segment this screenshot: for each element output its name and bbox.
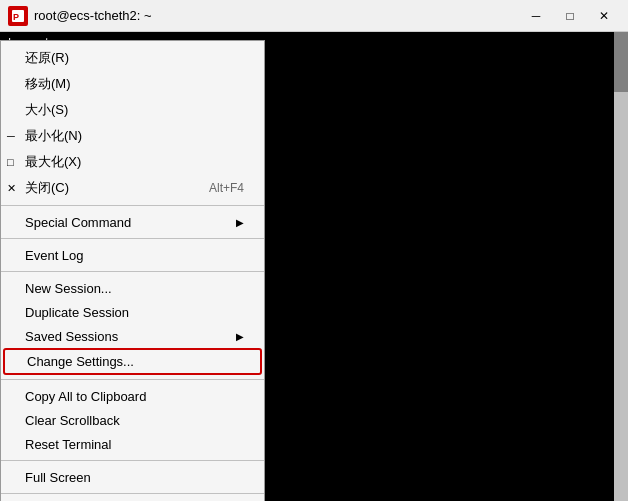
menu-item-minimize[interactable]: ─最小化(N) [1, 123, 264, 149]
menu-item-special-command[interactable]: Special Command▶ [1, 210, 264, 234]
menu-separator-sep5 [1, 460, 264, 461]
menu-item-label-reset-terminal: Reset Terminal [25, 437, 244, 452]
menu-item-label-restore: 还原(R) [25, 49, 244, 67]
menu-item-full-screen[interactable]: Full Screen [1, 465, 264, 489]
menu-item-change-settings[interactable]: Change Settings... [3, 348, 262, 375]
menu-item-label-move: 移动(M) [25, 75, 244, 93]
close-button[interactable]: ✕ [588, 6, 620, 26]
context-menu: 还原(R)移动(M)大小(S)─最小化(N)□最大化(X)✕关闭(C)Alt+F… [0, 40, 265, 501]
menu-separator-sep3 [1, 271, 264, 272]
menu-item-move[interactable]: 移动(M) [1, 71, 264, 97]
menu-item-restore[interactable]: 还原(R) [1, 45, 264, 71]
title-bar: P root@ecs-tcheth2: ~ ─ □ ✕ [0, 0, 628, 32]
menu-item-shortcut-close: Alt+F4 [209, 181, 244, 195]
menu-item-arrow-special-command: ▶ [236, 217, 244, 228]
menu-item-size[interactable]: 大小(S) [1, 97, 264, 123]
menu-item-clear-scrollback[interactable]: Clear Scrollback [1, 408, 264, 432]
menu-item-label-new-session: New Session... [25, 281, 244, 296]
menu-separator-sep1 [1, 205, 264, 206]
menu-separator-sep6 [1, 493, 264, 494]
menu-item-label-minimize: 最小化(N) [25, 127, 244, 145]
menu-item-label-clear-scrollback: Clear Scrollback [25, 413, 244, 428]
menu-item-event-log[interactable]: Event Log [1, 243, 264, 267]
menu-item-duplicate-session[interactable]: Duplicate Session [1, 300, 264, 324]
menu-item-maximize[interactable]: □最大化(X) [1, 149, 264, 175]
menu-item-label-size: 大小(S) [25, 101, 244, 119]
putty-icon: P [8, 6, 28, 26]
menu-item-prefix-minimize: ─ [7, 130, 15, 142]
menu-item-prefix-close: ✕ [7, 182, 16, 195]
menu-separator-sep4 [1, 379, 264, 380]
menu-item-close[interactable]: ✕关闭(C)Alt+F4 [1, 175, 264, 201]
menu-item-label-change-settings: Change Settings... [27, 354, 242, 369]
title-bar-left: P root@ecs-tcheth2: ~ [8, 6, 152, 26]
menu-item-saved-sessions[interactable]: Saved Sessions▶ [1, 324, 264, 348]
maximize-button[interactable]: □ [554, 6, 586, 26]
menu-item-prefix-maximize: □ [7, 156, 14, 168]
menu-separator-sep2 [1, 238, 264, 239]
window-title: root@ecs-tcheth2: ~ [34, 8, 152, 23]
menu-item-label-saved-sessions: Saved Sessions [25, 329, 232, 344]
menu-item-label-special-command: Special Command [25, 215, 232, 230]
svg-text:P: P [13, 12, 19, 22]
context-menu-overlay: 还原(R)移动(M)大小(S)─最小化(N)□最大化(X)✕关闭(C)Alt+F… [0, 32, 628, 501]
menu-item-label-copy-all: Copy All to Clipboard [25, 389, 244, 404]
menu-item-arrow-saved-sessions: ▶ [236, 331, 244, 342]
menu-item-copy-all[interactable]: Copy All to Clipboard [1, 384, 264, 408]
window-controls: ─ □ ✕ [520, 6, 620, 26]
menu-item-label-duplicate-session: Duplicate Session [25, 305, 244, 320]
menu-item-label-maximize: 最大化(X) [25, 153, 244, 171]
minimize-button[interactable]: ─ [520, 6, 552, 26]
menu-item-label-full-screen: Full Screen [25, 470, 244, 485]
menu-item-label-close: 关闭(C) [25, 179, 189, 197]
menu-item-new-session[interactable]: New Session... [1, 276, 264, 300]
menu-item-label-event-log: Event Log [25, 248, 244, 263]
menu-item-reset-terminal[interactable]: Reset Terminal [1, 432, 264, 456]
